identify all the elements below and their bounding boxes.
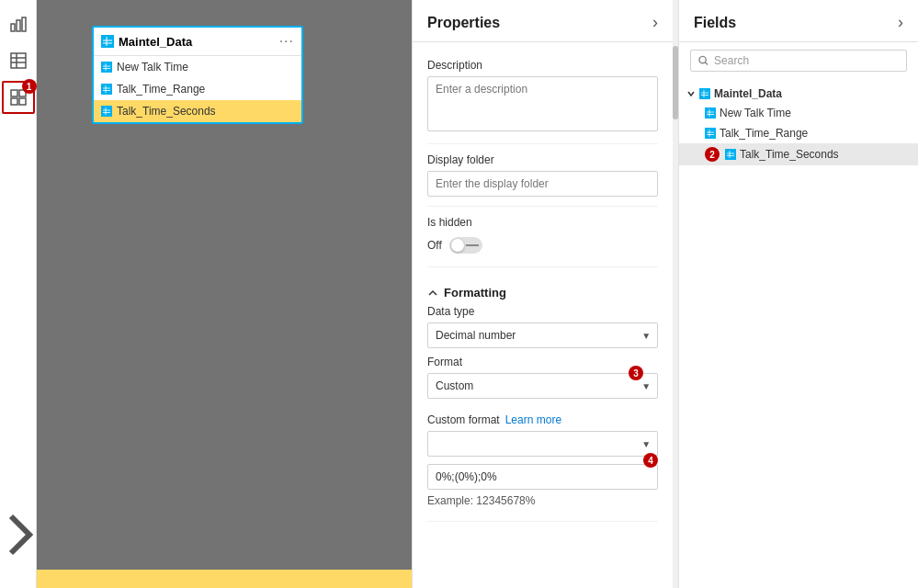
fields-item-label-2: Talk_Time_Seconds: [740, 148, 839, 161]
properties-scrollbar-track[interactable]: [673, 0, 678, 588]
toggle-knob: [451, 239, 464, 252]
toggle-line: [466, 244, 479, 246]
fields-search-input[interactable]: [714, 54, 899, 67]
format-badge: 3: [629, 366, 643, 380]
canvas-bottom-bar: [37, 570, 412, 588]
fields-expand-icon[interactable]: ›: [898, 13, 903, 32]
svg-rect-11: [103, 37, 112, 46]
table-row-label-2: Talk_Time_Seconds: [117, 105, 216, 118]
custom-format-value-input[interactable]: [427, 464, 658, 490]
formatting-section: Formatting Data type Decimal number ▼ Fo…: [427, 267, 658, 522]
svg-rect-37: [707, 130, 714, 137]
table-card-title: Maintel_Data: [101, 35, 192, 49]
model-badge: 1: [22, 79, 37, 94]
sidebar-item-model[interactable]: 1: [2, 81, 35, 114]
fields-item-2[interactable]: 2 Talk_Time_Seconds: [679, 143, 918, 165]
properties-scrollbar-thumb[interactable]: [673, 46, 678, 119]
table-card: Maintel_Data ··· New Talk Time Talk_Time…: [92, 26, 303, 124]
description-label: Description: [427, 59, 658, 72]
sidebar: 1: [0, 0, 37, 588]
toggle-off-label: Off: [427, 239, 442, 252]
fields-item-label-0: New Talk Time: [720, 107, 791, 119]
item-icon-0: [705, 107, 716, 119]
fields-item-0[interactable]: New Talk Time: [679, 103, 918, 123]
properties-header: Properties ›: [413, 0, 673, 42]
svg-rect-41: [727, 151, 734, 158]
table-row-2[interactable]: Talk_Time_Seconds: [94, 100, 301, 122]
fields-item-1[interactable]: Talk_Time_Range: [679, 123, 918, 143]
properties-title: Properties: [427, 15, 500, 31]
format-wrapper: Format Custom ▼ 3: [427, 356, 658, 399]
data-type-wrapper: Data type Decimal number ▼: [427, 305, 658, 348]
svg-rect-7: [11, 90, 17, 96]
display-folder-label: Display folder: [427, 153, 658, 166]
custom-format-wrapper: Custom format Learn more ▼ 4 Example: 12…: [427, 406, 658, 512]
display-folder-input[interactable]: [427, 171, 658, 197]
description-section: Description: [427, 50, 658, 144]
row-icon-1: [101, 84, 112, 95]
properties-panel: Properties › Description Display folder …: [413, 0, 673, 588]
group-table-icon: [699, 88, 710, 99]
is-hidden-label: Is hidden: [427, 216, 658, 229]
custom-format-label: Custom format: [427, 413, 500, 426]
fields-tree-group: Maintel_Data New Talk Time Talk_Time_Ran…: [679, 83, 918, 167]
fields-title: Fields: [694, 15, 736, 31]
properties-panel-wrapper: Properties › Description Display folder …: [412, 0, 679, 588]
properties-expand-icon[interactable]: ›: [652, 13, 658, 32]
table-header-icon: [101, 35, 114, 48]
canvas-area: Maintel_Data ··· New Talk Time Talk_Time…: [37, 0, 412, 588]
sidebar-item-table[interactable]: [2, 44, 35, 77]
item-icon-2: [725, 149, 736, 160]
item-icon-1: [705, 128, 716, 139]
table-row-label-1: Talk_Time_Range: [117, 83, 205, 96]
format-select-wrapper: Custom ▼ 3: [427, 373, 658, 399]
svg-rect-2: [22, 17, 26, 31]
table-card-header: Maintel_Data ···: [94, 28, 301, 56]
learn-more-link[interactable]: Learn more: [505, 413, 561, 426]
search-icon: [698, 55, 708, 66]
fields-item-badge-2: 2: [705, 147, 720, 162]
custom-format-dropdown[interactable]: [427, 431, 658, 457]
display-folder-section: Display folder: [427, 144, 658, 207]
svg-rect-1: [17, 20, 20, 31]
fields-search-box[interactable]: [690, 50, 907, 72]
tree-expand-icon: [686, 89, 696, 98]
format-select[interactable]: Custom: [427, 373, 658, 399]
svg-point-27: [699, 56, 706, 62]
toggle-row: Off: [427, 233, 658, 257]
description-input[interactable]: [427, 76, 658, 131]
custom-format-badge: 4: [643, 453, 658, 468]
svg-rect-29: [701, 90, 708, 97]
properties-content: Description Display folder Is hidden Off: [413, 42, 673, 588]
row-icon-2: [101, 106, 112, 117]
svg-rect-9: [11, 98, 17, 105]
data-type-label: Data type: [427, 305, 658, 318]
svg-rect-33: [707, 109, 714, 117]
formatting-section-header[interactable]: Formatting: [427, 277, 658, 305]
fields-tree: Maintel_Data New Talk Time Talk_Time_Ran…: [679, 79, 918, 588]
svg-rect-10: [19, 98, 26, 105]
row-icon-0: [101, 62, 112, 73]
table-row-1[interactable]: Talk_Time_Range: [94, 78, 301, 100]
table-row-0[interactable]: New Talk Time: [94, 56, 301, 78]
svg-rect-23: [103, 107, 110, 115]
svg-rect-0: [11, 24, 15, 31]
example-text: Example: 12345678%: [427, 490, 658, 512]
data-type-select[interactable]: Decimal number: [427, 322, 658, 348]
fields-group-name: Maintel_Data: [714, 87, 782, 100]
svg-rect-15: [103, 63, 110, 71]
svg-line-28: [705, 62, 708, 65]
sidebar-expand-arrow[interactable]: [0, 518, 37, 551]
table-card-name: Maintel_Data: [119, 35, 192, 49]
table-card-menu[interactable]: ···: [279, 33, 294, 50]
sidebar-item-barchart[interactable]: [2, 7, 35, 40]
fields-item-label-1: Talk_Time_Range: [720, 127, 808, 140]
table-row-label-0: New Talk Time: [117, 61, 188, 74]
fields-panel: Fields › Maintel_Data New: [679, 0, 918, 588]
svg-rect-3: [11, 53, 26, 68]
fields-group-header[interactable]: Maintel_Data: [679, 85, 918, 103]
format-label: Format: [427, 356, 658, 368]
formatting-title: Formatting: [444, 286, 506, 300]
fields-header: Fields ›: [679, 0, 918, 42]
is-hidden-toggle[interactable]: [449, 237, 482, 254]
